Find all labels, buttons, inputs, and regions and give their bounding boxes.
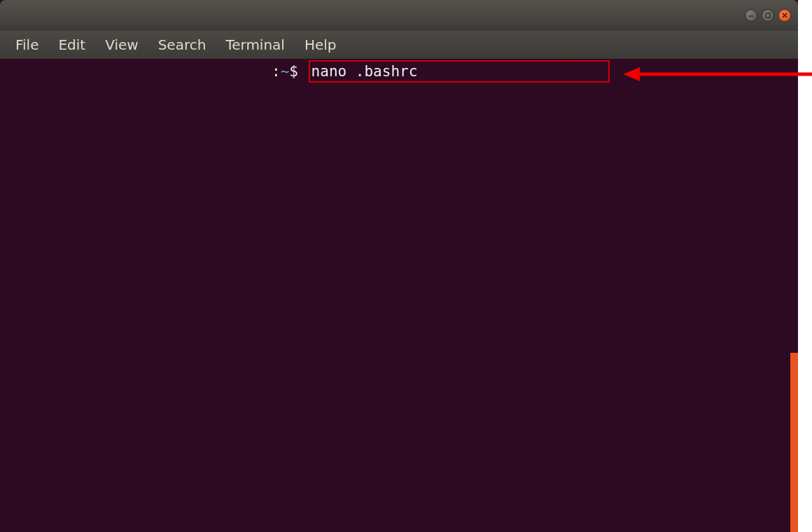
menu-help[interactable]: Help	[295, 32, 346, 57]
maximize-icon	[764, 12, 771, 19]
close-button[interactable]	[778, 9, 791, 22]
svg-rect-1	[766, 13, 770, 18]
prompt-prefix: :	[6, 62, 281, 81]
menu-view[interactable]: View	[95, 32, 148, 57]
prompt-suffix: $	[289, 62, 307, 81]
command-highlight-box: nano .bashrc	[309, 60, 610, 83]
command-text: nano .bashrc	[312, 63, 418, 80]
terminal-window: File Edit View Search Terminal Help :~$ …	[0, 0, 798, 532]
titlebar[interactable]	[0, 0, 798, 31]
menu-edit[interactable]: Edit	[48, 32, 95, 57]
menubar: File Edit View Search Terminal Help	[0, 31, 798, 59]
scrollbar[interactable]	[790, 353, 798, 532]
prompt-line: :~$ nano .bashrc	[6, 60, 792, 83]
menu-terminal[interactable]: Terminal	[216, 32, 295, 57]
maximize-button[interactable]	[762, 9, 774, 22]
minimize-icon	[748, 12, 755, 19]
minimize-button[interactable]	[745, 9, 757, 22]
menu-file[interactable]: File	[6, 32, 48, 57]
terminal-body[interactable]: :~$ nano .bashrc	[0, 59, 798, 532]
prompt-path: ~	[281, 62, 290, 81]
close-icon	[781, 12, 788, 19]
menu-search[interactable]: Search	[148, 32, 216, 57]
